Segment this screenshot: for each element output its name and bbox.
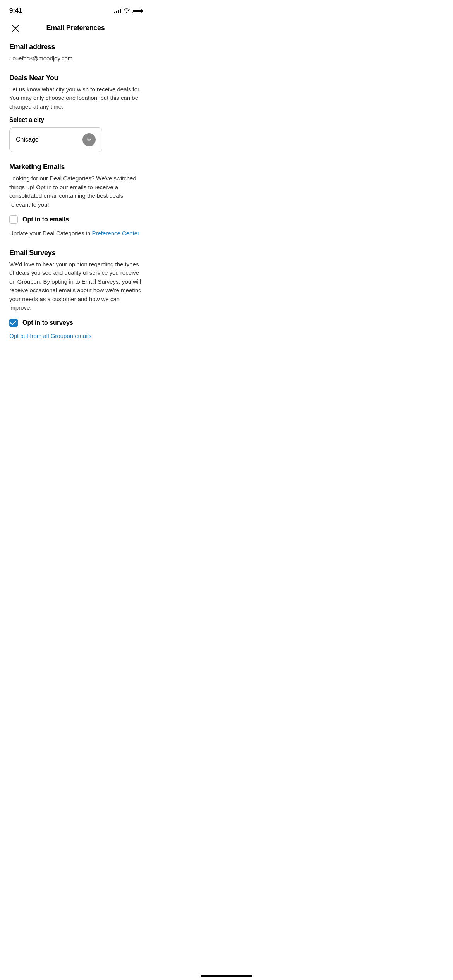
status-time: 9:41: [9, 7, 22, 15]
email-address-title: Email address: [9, 43, 142, 51]
select-city-label: Select a city: [9, 117, 142, 123]
close-button[interactable]: [9, 22, 22, 34]
email-address-value: 5c6efcc8@moodjoy.com: [9, 54, 142, 63]
close-icon: [12, 25, 19, 32]
opt-in-surveys-label: Opt in to surveys: [22, 319, 73, 326]
content-area: Email address 5c6efcc8@moodjoy.com Deals…: [0, 38, 151, 365]
opt-out-link[interactable]: Opt out from all Groupon emails: [9, 332, 142, 339]
email-surveys-description: We'd love to hear your opinion regarding…: [9, 260, 142, 312]
status-icons: [114, 8, 142, 14]
marketing-emails-section: Marketing Emails Looking for our Deal Ca…: [9, 163, 142, 238]
opt-in-surveys-checkbox[interactable]: [9, 319, 18, 327]
opt-in-emails-checkbox[interactable]: [9, 215, 18, 224]
wifi-icon: [124, 8, 130, 14]
preference-center-text: Update your Deal Categories in Preferenc…: [9, 229, 142, 238]
marketing-emails-description: Looking for our Deal Categories? We've s…: [9, 174, 142, 209]
email-address-section: Email address 5c6efcc8@moodjoy.com: [9, 43, 142, 63]
deals-near-you-section: Deals Near You Let us know what city you…: [9, 74, 142, 152]
page-title: Email Preferences: [46, 24, 105, 32]
deals-near-you-title: Deals Near You: [9, 74, 142, 82]
opt-in-emails-label: Opt in to emails: [22, 216, 69, 223]
deals-near-you-description: Let us know what city you wish to receiv…: [9, 85, 142, 111]
nav-header: Email Preferences: [0, 19, 151, 38]
preference-center-link[interactable]: Preference Center: [92, 230, 139, 236]
signal-bars-icon: [114, 9, 121, 13]
dropdown-arrow-icon: [82, 133, 96, 146]
email-surveys-title: Email Surveys: [9, 249, 142, 257]
opt-in-emails-row: Opt in to emails: [9, 215, 142, 224]
city-dropdown[interactable]: Chicago: [9, 127, 102, 152]
email-surveys-section: Email Surveys We'd love to hear your opi…: [9, 249, 142, 339]
marketing-emails-title: Marketing Emails: [9, 163, 142, 171]
status-bar: 9:41: [0, 0, 151, 19]
selected-city: Chicago: [16, 136, 39, 143]
opt-in-surveys-row: Opt in to surveys: [9, 319, 142, 327]
battery-icon: [132, 9, 142, 13]
